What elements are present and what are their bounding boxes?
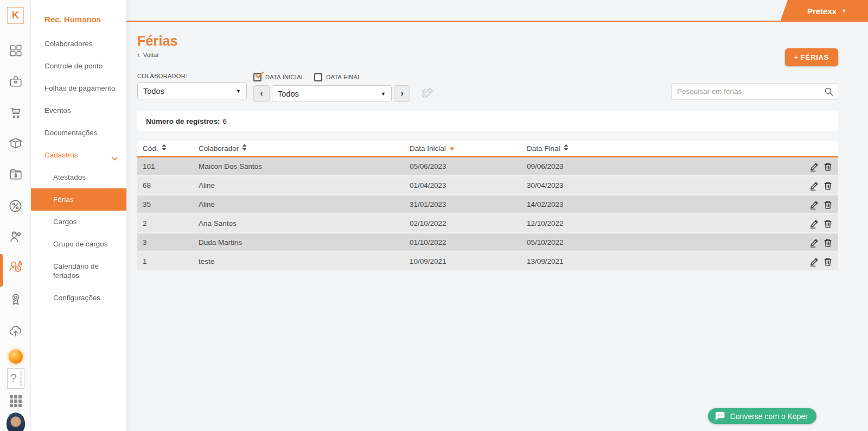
chevron-down-icon: ▼	[381, 91, 386, 97]
delete-icon[interactable]	[823, 162, 833, 172]
cell-data-final: 09/06/2023	[521, 162, 803, 170]
cell-colaborador: Maicon Dos Santos	[193, 162, 404, 170]
period-select[interactable]: Todos ▼	[272, 85, 392, 102]
sidebar: Rec. Humanos Colaboradores Controle de p…	[31, 0, 126, 431]
column-header-colaborador[interactable]: Colaborador	[193, 144, 404, 153]
search-icon[interactable]	[824, 87, 833, 98]
edit-icon[interactable]	[809, 219, 819, 229]
wallet-dollar-icon[interactable]	[0, 167, 31, 181]
help-label: AJUDA	[20, 370, 22, 386]
hr-people-icon[interactable]	[0, 259, 31, 274]
column-header-cod[interactable]: Cód.	[137, 144, 193, 153]
app-logo[interactable]: K	[7, 7, 24, 24]
chat-button[interactable]: Converse com o Koper	[708, 408, 816, 424]
chevron-left-icon: ‹	[137, 52, 140, 58]
delete-icon[interactable]	[823, 219, 833, 229]
sun-icon[interactable]	[0, 350, 31, 364]
topbar: Pretexx ▼	[126, 0, 868, 22]
cell-data-final: 13/09/2021	[521, 257, 803, 265]
prev-period-button[interactable]: ‹	[253, 85, 270, 102]
cloud-upload-icon[interactable]	[0, 323, 31, 338]
edit-icon[interactable]	[809, 257, 819, 267]
table-row: 3 Duda Martins 01/10/2022 05/10/2022	[137, 233, 838, 252]
dashboard-icon[interactable]	[0, 43, 31, 58]
edit-icon[interactable]	[809, 181, 819, 191]
cell-colaborador: Aline	[193, 181, 404, 189]
table-header: Cód. Colaborador Data Inicial Data Final	[137, 141, 838, 157]
delete-icon[interactable]	[823, 238, 833, 248]
award-icon[interactable]	[0, 292, 31, 306]
cell-colaborador: Ana Santos	[193, 219, 404, 227]
chevron-down-icon	[112, 154, 118, 163]
sidebar-item-documentacoes[interactable]: Documentações	[31, 122, 126, 144]
edit-icon[interactable]	[809, 162, 819, 172]
cell-data-inicial: 01/04/2023	[404, 181, 521, 189]
cell-data-inicial: 01/10/2022	[404, 238, 521, 246]
delete-icon[interactable]	[823, 181, 833, 191]
user-avatar[interactable]	[0, 413, 31, 431]
next-period-button[interactable]: ›	[394, 85, 410, 102]
collaborator-select[interactable]: Todos ▼	[137, 83, 247, 99]
edit-icon[interactable]	[809, 200, 819, 210]
percent-icon[interactable]	[0, 199, 31, 213]
delete-icon[interactable]	[823, 257, 833, 267]
sidebar-nav: Colaboradores Controle de ponto Folhas d…	[31, 33, 126, 309]
cell-data-final: 12/10/2022	[521, 219, 803, 227]
cell-cod: 35	[137, 200, 193, 208]
cell-data-final: 05/10/2022	[521, 238, 803, 246]
sidebar-item-folhas-de-pagamento[interactable]: Folhas de pagamento	[31, 77, 126, 99]
table-row: 2 Ana Santos 02/10/2022 12/10/2022	[137, 214, 838, 233]
table-row: 101 Maicon Dos Santos 05/06/2023 09/06/2…	[137, 157, 838, 176]
account-menu[interactable]: Pretexx ▼	[771, 0, 868, 22]
package-icon[interactable]	[0, 136, 31, 150]
account-name: Pretexx	[807, 7, 837, 16]
add-ferias-button[interactable]: + FÉRIAS	[785, 48, 838, 66]
column-header-data-inicial[interactable]: Data Inicial	[404, 144, 521, 153]
cell-colaborador: teste	[193, 257, 404, 265]
sidebar-item-controle-de-ponto[interactable]: Controle de ponto	[31, 55, 126, 77]
sort-desc-icon	[449, 144, 455, 153]
cell-data-inicial: 02/10/2022	[404, 219, 521, 227]
sidebar-item-cargos[interactable]: Cargos	[31, 211, 126, 233]
chevron-down-icon: ▼	[841, 8, 846, 14]
sidebar-item-eventos[interactable]: Eventos	[31, 99, 126, 122]
active-module-indicator	[0, 254, 3, 287]
column-header-data-final[interactable]: Data Final	[521, 144, 803, 153]
back-link[interactable]: ‹ Voltar	[137, 52, 159, 58]
chat-label: Converse com o Koper	[730, 412, 808, 421]
cell-cod: 3	[137, 238, 193, 246]
sidebar-item-calendario-de-feriados[interactable]: Calendário de feriados	[31, 255, 126, 287]
shopping-cart-icon[interactable]	[0, 105, 31, 119]
table-body: 101 Maicon Dos Santos 05/06/2023 09/06/2…	[137, 157, 838, 271]
sidebar-item-colaboradores[interactable]: Colaboradores	[31, 33, 126, 55]
apps-grid-icon[interactable]	[0, 395, 31, 407]
sort-both-icon	[162, 144, 167, 153]
cell-cod: 1	[137, 257, 193, 265]
worker-gear-icon[interactable]	[0, 230, 31, 244]
delete-icon[interactable]	[823, 200, 833, 210]
chat-bubble-icon	[714, 411, 725, 421]
table-row: 68 Aline 01/04/2023 30/04/2023	[137, 176, 838, 195]
cell-colaborador: Aline	[193, 200, 404, 208]
checkbox-data-final[interactable]	[314, 73, 322, 81]
clear-filters-icon[interactable]	[420, 86, 435, 101]
cell-cod: 101	[137, 162, 193, 170]
briefcase-icon[interactable]	[0, 74, 31, 88]
icon-rail: K ? AJUDA	[0, 0, 31, 431]
sidebar-item-grupo-de-cargos[interactable]: Grupo de cargos	[31, 233, 126, 255]
collaborator-label: COLABORADOR:	[137, 73, 253, 79]
record-count-label: Número de registros:	[146, 117, 220, 125]
edit-icon[interactable]	[809, 238, 819, 248]
sidebar-item-configuracoes[interactable]: Configurações	[31, 287, 126, 309]
record-count-value: 6	[223, 117, 227, 125]
checkbox-data-inicial[interactable]	[253, 73, 261, 81]
table-row: 1 teste 10/09/2021 13/09/2021	[137, 252, 838, 271]
help-icon[interactable]: ? AJUDA	[0, 368, 31, 389]
sidebar-item-ferias[interactable]: Férias	[31, 188, 126, 211]
sidebar-item-cadastros[interactable]: Cadastros	[31, 144, 126, 166]
sidebar-item-atestados[interactable]: Atestados	[31, 166, 126, 188]
cell-colaborador: Duda Martins	[193, 238, 404, 246]
search-input[interactable]	[671, 83, 838, 100]
chevron-down-icon: ▼	[236, 88, 241, 94]
cell-data-final: 14/02/2023	[521, 200, 803, 208]
